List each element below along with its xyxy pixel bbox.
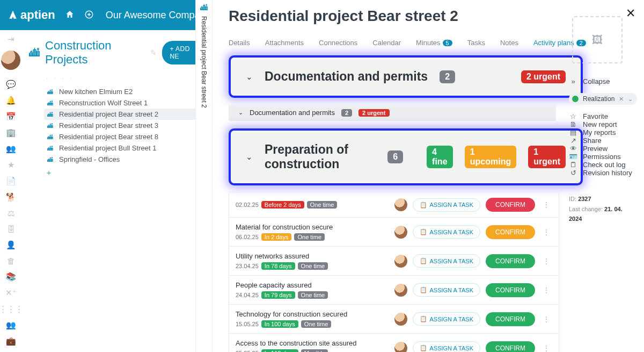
project-item[interactable]: 🏙Residential project Bear street 3 xyxy=(44,120,209,131)
right-action-my-reports[interactable]: ▤My reports xyxy=(569,128,636,137)
rail-person-icon[interactable]: 👤 xyxy=(6,240,16,250)
brand-logo[interactable]: aptien xyxy=(8,8,55,22)
confirm-button[interactable]: CONFIRM xyxy=(486,283,535,297)
confirm-button[interactable]: CONFIRM xyxy=(486,312,535,326)
user-avatar[interactable] xyxy=(1,51,20,70)
assignee-avatar[interactable] xyxy=(394,342,407,353)
close-icon[interactable]: ✕ xyxy=(626,6,635,20)
right-action-check-out-log[interactable]: 🗒Check out log xyxy=(569,161,636,169)
project-item[interactable]: 🏙Reconstruction Wolf Street 1 xyxy=(44,97,209,109)
tab-tasks[interactable]: Tasks xyxy=(467,39,485,47)
add-icon[interactable] xyxy=(84,10,94,20)
status-clear-icon[interactable]: ✕ xyxy=(619,96,624,103)
activity-freq-chip: One time xyxy=(301,320,332,328)
vertical-record-tab[interactable]: 🏙 Residential project Bear street 2 xyxy=(195,0,213,352)
right-action-permissions[interactable]: 🪪Permissions xyxy=(569,153,636,161)
echo-title: Documentation and permits xyxy=(250,109,335,117)
assign-task-button[interactable]: 📋ASSIGN A TASK xyxy=(413,254,480,268)
assignee-avatar[interactable] xyxy=(394,255,407,268)
group-urgent-badge: 1 urgent xyxy=(528,146,566,168)
rail-books-icon[interactable]: 📚 xyxy=(6,272,16,282)
rail-bell-icon[interactable]: 🔔 xyxy=(6,96,16,105)
row-more-icon[interactable]: ⋮ xyxy=(540,200,552,209)
confirm-button[interactable]: CONFIRM xyxy=(486,198,535,212)
company-name[interactable]: Our Awesome Company xyxy=(106,10,210,21)
confirm-button[interactable]: CONFIRM xyxy=(486,341,535,353)
chevron-down-icon[interactable]: ⌄ xyxy=(628,96,633,103)
rail-enter-icon[interactable]: ⇥ xyxy=(8,34,14,44)
confirm-button[interactable]: CONFIRM xyxy=(486,225,535,239)
right-action-share[interactable]: ↗Share xyxy=(569,137,636,145)
right-action-new-report[interactable]: 🗎New report xyxy=(569,120,636,128)
status-chip[interactable]: Realization ✕ ⌄ xyxy=(569,93,637,105)
edit-title-icon[interactable]: ✎ xyxy=(150,48,157,57)
icon-rail: ⇥ 💬 🔔 📅 🏢 👥 ★ 📄 🐕 ⚖ 🗄 👤 🗑 📚 ✕⁺ ⋮⋮⋮ 👥 💼 xyxy=(0,30,21,352)
rail-team-icon[interactable]: 👥 xyxy=(6,320,16,330)
project-item[interactable]: 🏙Residential project Bull Street 1 xyxy=(44,142,209,154)
project-label: Residential project Bull Street 1 xyxy=(59,144,156,152)
assignee-avatar[interactable] xyxy=(394,284,407,297)
group-preparation-construction[interactable]: ⌄ Preparation of construction 6 4 fine 1… xyxy=(229,128,583,185)
assign-icon: 📋 xyxy=(420,202,427,209)
rail-connect-icon[interactable]: ✕⁺ xyxy=(5,288,17,298)
activity-list: 02.02.25Before 2 daysOne time📋ASSIGN A T… xyxy=(229,192,559,352)
right-action-preview[interactable]: 👁Preview xyxy=(569,145,636,153)
row-more-icon[interactable]: ⋮ xyxy=(540,286,552,294)
project-icon: 🏙 xyxy=(47,100,55,106)
assignee-avatar[interactable] xyxy=(394,313,407,326)
right-action-favorite[interactable]: ☆Favorite xyxy=(569,112,636,120)
assign-task-button[interactable]: 📋ASSIGN A TASK xyxy=(413,312,480,326)
project-icon: 🏙 xyxy=(47,89,55,95)
rail-case-icon[interactable]: 💼 xyxy=(6,336,16,346)
row-more-icon[interactable]: ⋮ xyxy=(540,344,552,353)
rail-trash-icon[interactable]: 🗑 xyxy=(7,256,15,265)
group-count-badge: 2 xyxy=(440,70,455,83)
row-more-icon[interactable]: ⋮ xyxy=(540,228,552,236)
project-item[interactable]: 🏙Residential project Bear street 2 xyxy=(44,109,209,120)
assignee-avatar[interactable] xyxy=(394,226,407,239)
add-project-button[interactable]: ＋ xyxy=(44,165,209,178)
rail-people-icon[interactable]: 👥 xyxy=(6,144,16,154)
tab-attachments[interactable]: Attachments xyxy=(265,39,304,47)
assignee-avatar[interactable] xyxy=(394,198,407,211)
assign-task-button[interactable]: 📋ASSIGN A TASK xyxy=(413,225,480,239)
rail-doc-icon[interactable]: 📄 xyxy=(6,176,16,186)
row-more-icon[interactable]: ⋮ xyxy=(540,257,552,265)
rail-org-icon[interactable]: ⋮⋮⋮ xyxy=(0,304,23,314)
right-action-icon: 🪪 xyxy=(569,153,577,161)
assign-task-button[interactable]: 📋ASSIGN A TASK xyxy=(413,198,480,212)
assign-task-button[interactable]: 📋ASSIGN A TASK xyxy=(413,341,480,352)
tab-connections[interactable]: Connections xyxy=(319,39,357,47)
tab-calendar[interactable]: Calendar xyxy=(372,39,401,47)
activity-title: People capacity assured xyxy=(236,281,389,289)
tab-badge: 5 xyxy=(443,40,452,46)
tab-notes[interactable]: Notes xyxy=(500,39,518,47)
rail-chat-icon[interactable]: 💬 xyxy=(6,80,16,89)
project-label: Residential project Bear street 2 xyxy=(59,110,158,118)
project-item[interactable]: 🏙Residential project Bear street 8 xyxy=(44,131,209,142)
project-item[interactable]: 🏙Springfield - Offices xyxy=(44,154,209,165)
assign-icon: 📋 xyxy=(420,228,427,235)
project-item[interactable]: 🏙New kitchen Elmium E2 xyxy=(44,86,209,97)
rail-legal-icon[interactable]: ⚖ xyxy=(8,209,14,218)
image-placeholder[interactable]: 🖼 xyxy=(572,16,623,63)
tab-minutes[interactable]: Minutes5 xyxy=(416,39,452,47)
group-echo-row[interactable]: ⌄ Documentation and permits 2 2 urgent xyxy=(229,104,556,121)
tab-details[interactable]: Details xyxy=(229,39,250,47)
rail-asset-icon[interactable]: 🐕 xyxy=(6,192,16,202)
row-more-icon[interactable]: ⋮ xyxy=(540,315,552,324)
activity-date: 23.04.25 xyxy=(236,263,259,269)
image-icon: 🖼 xyxy=(592,34,603,46)
rail-calendar-icon[interactable]: 📅 xyxy=(6,112,16,121)
rail-building-icon[interactable]: 🏢 xyxy=(6,128,16,138)
right-action-revision-history[interactable]: ↺Revision history xyxy=(569,169,636,177)
confirm-button[interactable]: CONFIRM xyxy=(486,254,535,268)
rail-archive-icon[interactable]: 🗄 xyxy=(7,225,15,234)
section-separator: . . . . xyxy=(21,70,209,83)
collapse-button[interactable]: »Collapse xyxy=(569,77,636,85)
assign-task-button[interactable]: 📋ASSIGN A TASK xyxy=(413,283,480,297)
group-documentation-permits[interactable]: ⌄ Documentation and permits 2 2 urgent xyxy=(229,55,583,98)
home-icon[interactable] xyxy=(65,10,75,20)
rail-star-icon[interactable]: ★ xyxy=(8,160,14,170)
status-dot xyxy=(572,96,579,102)
